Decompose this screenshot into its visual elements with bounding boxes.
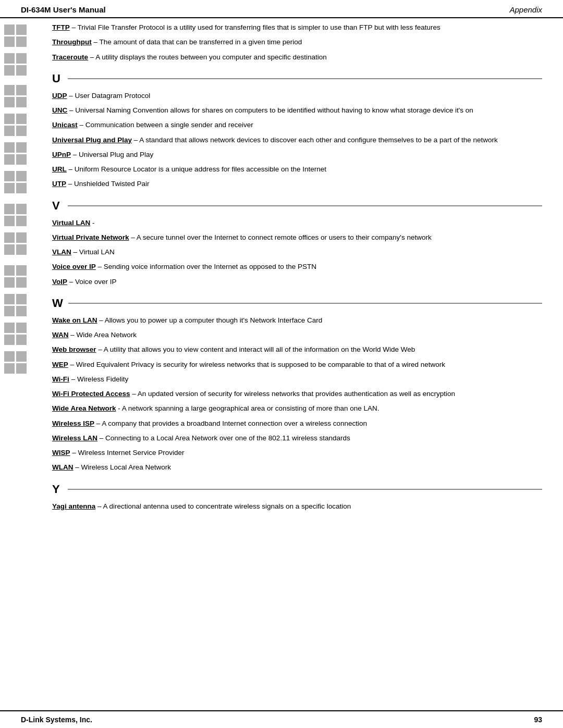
def-tftp: – Trivial File Transfer Protocol is a ut… — [70, 23, 440, 31]
term-wide-area-network: Wide Area Network — [52, 404, 116, 412]
section-header-v: V — [52, 199, 542, 213]
term-virtual-lan: Virtual LAN — [52, 219, 90, 227]
entry-wpa: Wi-Fi Protected Access – An updated vers… — [52, 389, 542, 399]
sidebar-square — [4, 232, 15, 243]
section-line-w — [68, 303, 542, 304]
section-letter-y: Y — [52, 483, 63, 496]
sidebar-square — [4, 204, 15, 214]
entry-yagi: Yagi antenna – A directional antenna use… — [52, 501, 542, 512]
sidebar-square — [16, 216, 27, 226]
sidebar-square — [16, 65, 27, 76]
term-wisp: WISP — [52, 449, 70, 456]
entry-virtual-lan: Virtual LAN - — [52, 218, 542, 228]
def-upnp-full: – A standard that allows network devices… — [132, 136, 498, 144]
term-url: URL — [52, 165, 67, 173]
sidebar-square — [16, 114, 27, 124]
entry-traceroute: Traceroute – A utility displays the rout… — [52, 52, 542, 63]
sidebar-square — [4, 323, 15, 333]
page: DI-634M User's Manual Appendix — [0, 0, 563, 728]
term-traceroute: Traceroute — [52, 53, 88, 61]
sidebar-square — [4, 85, 15, 95]
sidebar-square — [4, 244, 15, 255]
def-unc: – Universal Naming Convention allows for… — [67, 106, 473, 114]
sidebar-square — [4, 183, 15, 193]
section-header-y: Y — [52, 483, 542, 496]
sidebar-square — [4, 97, 15, 107]
def-wep: – Wired Equivalent Privacy is security f… — [68, 361, 445, 368]
def-udp: – User Datagram Protocol — [67, 92, 151, 100]
term-vpn: Virtual Private Network — [52, 233, 129, 241]
entry-web-browser: Web browser – A utility that allows you … — [52, 344, 542, 355]
header-title-right: Appendix — [509, 5, 542, 14]
term-wireless-lan: Wireless LAN — [52, 434, 97, 442]
sidebar-square — [16, 36, 27, 47]
sidebar-square — [16, 85, 27, 95]
term-web-browser: Web browser — [52, 346, 96, 353]
main-content: TFTP – Trivial File Transfer Protocol is… — [47, 18, 563, 710]
term-udp: UDP — [52, 92, 67, 100]
content-area: TFTP – Trivial File Transfer Protocol is… — [0, 18, 563, 710]
entry-utp: UTP – Unshielded Twisted Pair — [52, 179, 542, 189]
def-wifi: – Wireless Fidelity — [69, 375, 128, 383]
term-tftp: TFTP — [52, 23, 70, 31]
sidebar-square — [4, 171, 15, 181]
term-vlan: VLAN — [52, 248, 71, 256]
term-wep: WEP — [52, 361, 68, 368]
sidebar-square — [16, 306, 27, 316]
sidebar-square — [4, 306, 15, 316]
entry-wifi: Wi-Fi – Wireless Fidelity — [52, 374, 542, 385]
def-vpn: – A secure tunnel over the Internet to c… — [129, 233, 432, 241]
entry-unc: UNC – Universal Naming Convention allows… — [52, 105, 542, 116]
page-footer: D-Link Systems, Inc. 93 — [0, 710, 563, 728]
term-yagi: Yagi antenna — [52, 502, 95, 510]
def-wan: – Wide Area Network — [69, 331, 137, 339]
section-letter-v: V — [52, 199, 63, 213]
def-virtual-lan: - — [90, 219, 94, 227]
def-voip: – Voice over IP — [67, 278, 117, 286]
entry-voip: VoIP – Voice over IP — [52, 277, 542, 287]
sidebar-square — [16, 97, 27, 107]
sidebar-square — [4, 294, 15, 304]
entry-url: URL – Uniform Resource Locator is a uniq… — [52, 164, 542, 175]
section-header-u: U — [52, 72, 542, 85]
entry-wlan: WLAN – Wireless Local Area Network — [52, 462, 542, 473]
sidebar-square — [16, 323, 27, 333]
sidebar-square — [4, 335, 15, 345]
def-vlan: – Virtual LAN — [71, 248, 115, 256]
sidebar-square — [16, 277, 27, 288]
sidebar-square — [16, 171, 27, 181]
entry-voice-over-ip: Voice over IP – Sending voice informatio… — [52, 262, 542, 272]
def-wireless-isp: – A company that provides a broadband In… — [94, 419, 367, 427]
term-wireless-isp: Wireless ISP — [52, 419, 94, 427]
def-upnp: – Universal Plug and Play — [71, 151, 153, 158]
sidebar-square — [4, 154, 15, 165]
def-voice-over-ip: – Sending voice information over the Int… — [96, 263, 316, 270]
footer-company: D-Link Systems, Inc. — [21, 715, 92, 724]
term-wifi: Wi-Fi — [52, 375, 69, 383]
entry-wep: WEP – Wired Equivalent Privacy is securi… — [52, 360, 542, 370]
sidebar — [0, 18, 47, 710]
term-unicast: Unicast — [52, 121, 78, 129]
page-header: DI-634M User's Manual Appendix — [0, 0, 563, 18]
sidebar-square — [4, 114, 15, 124]
sidebar-square — [16, 183, 27, 193]
def-wake-on-lan: – Allows you to power up a computer thou… — [97, 316, 323, 324]
section-line-u — [68, 78, 542, 79]
entry-wake-on-lan: Wake on LAN – Allows you to power up a c… — [52, 315, 542, 326]
section-letter-u: U — [52, 72, 63, 85]
entry-upnp: UPnP – Universal Plug and Play — [52, 150, 542, 160]
sidebar-square — [16, 335, 27, 345]
term-upnp: UPnP — [52, 151, 71, 158]
sidebar-square — [16, 142, 27, 153]
entry-throughput: Throughput – The amount of data that can… — [52, 37, 542, 47]
def-wisp: – Wireless Internet Service Provider — [70, 449, 185, 456]
sidebar-square — [4, 53, 15, 64]
sidebar-square — [16, 265, 27, 276]
term-voip: VoIP — [52, 278, 67, 286]
entry-wan: WAN – Wide Area Network — [52, 330, 542, 340]
term-throughput: Throughput — [52, 38, 92, 46]
def-url: – Uniform Resource Locator is a unique a… — [67, 165, 326, 173]
sidebar-square — [16, 53, 27, 64]
sidebar-square — [16, 294, 27, 304]
sidebar-square — [4, 142, 15, 153]
